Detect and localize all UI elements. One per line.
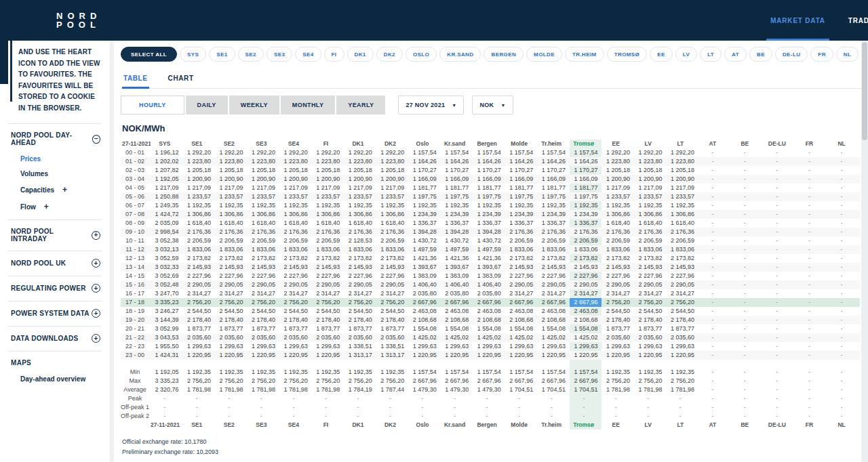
plus-icon[interactable]: +: [62, 185, 67, 194]
price-cell: [376, 360, 409, 368]
minus-circle-icon[interactable]: −: [92, 135, 100, 144]
filter-chip-lv[interactable]: LV: [675, 47, 697, 62]
sidebar-item-nord-pool-intraday[interactable]: NORD POOL INTRADAY+: [11, 228, 100, 243]
sidebar-item-data-downloads[interactable]: DATA DOWNLOADS+: [11, 334, 100, 343]
filter-chip-se3[interactable]: SE3: [267, 47, 292, 62]
filter-chip-de-lu[interactable]: DE-LU: [775, 47, 808, 62]
row-label: 10 - 11: [121, 236, 151, 245]
price-cell: 1 833,06: [570, 245, 602, 254]
price-cell: 1 306,86: [215, 210, 248, 219]
price-cell: 1 873,77: [376, 324, 409, 333]
filter-chip-molde[interactable]: MOLDE: [526, 47, 562, 62]
price-cell: -: [795, 245, 828, 254]
price-cell: -: [731, 263, 764, 272]
price-cell: 1 217,09: [248, 184, 280, 192]
price-cell: 2 035,80: [473, 289, 505, 298]
row-label: 23 - 00: [121, 351, 151, 360]
sidebar-item-volumes[interactable]: Volumes: [20, 170, 100, 177]
page-scrollbar[interactable]: [861, 41, 868, 462]
sidebar-item-day-ahead-overview[interactable]: Day-ahead overview: [20, 375, 100, 383]
sidebar-item-maps[interactable]: MAPS: [11, 359, 100, 366]
scrollbar-thumb[interactable]: [862, 42, 867, 140]
period-hourly[interactable]: HOURLY: [121, 96, 184, 114]
nav-market-data[interactable]: MARKET DATA: [770, 0, 825, 41]
price-cell: 1 618,40: [344, 219, 376, 228]
price-cell: -: [408, 394, 441, 403]
filter-chip-sys[interactable]: SYS: [180, 47, 206, 62]
sidebar-item-flow[interactable]: Flow+: [20, 202, 100, 211]
price-cell: -: [827, 307, 860, 316]
sidebar-item-prices[interactable]: Prices: [20, 155, 100, 163]
filter-chip-at[interactable]: AT: [724, 47, 747, 62]
period-yearly[interactable]: YEARLY: [336, 96, 385, 114]
price-cell: 1 234,39: [473, 210, 505, 219]
price-cell: 1 164,26: [570, 157, 602, 166]
price-cell: -: [827, 298, 860, 307]
price-cell: 2 035,60: [376, 333, 409, 342]
plus-icon[interactable]: +: [44, 202, 49, 211]
price-cell: 2 290,05: [376, 280, 409, 289]
price-cell: 1 424,31: [151, 351, 183, 360]
nav-trading[interactable]: TRADING: [848, 0, 868, 41]
filter-chip-fr[interactable]: FR: [810, 47, 833, 62]
price-cell: 1 192,35: [344, 201, 376, 210]
tab-chart[interactable]: CHART: [167, 72, 195, 88]
sidebar-item-nord-pool-uk[interactable]: NORD POOL UK+: [11, 259, 100, 268]
sidebar-subitems: PricesVolumesCapacities+Flow+: [11, 146, 100, 211]
column-header-se1: SE1: [183, 140, 216, 148]
filter-chip-select-all[interactable]: SELECT ALL: [121, 47, 177, 62]
sidebar-item-power-system-data[interactable]: POWER SYSTEM DATA+: [11, 309, 100, 318]
filter-chip-nl[interactable]: NL: [836, 47, 859, 62]
filter-chip-oslo[interactable]: OSLO: [406, 47, 437, 62]
period-monthly[interactable]: MONTHLY: [281, 96, 335, 114]
price-cell: 1 200,90: [248, 175, 280, 184]
price-cell: 1 166,09: [441, 175, 473, 184]
filter-chip-tr-heim[interactable]: TR.HEIM: [565, 47, 604, 62]
plus-circle-icon[interactable]: +: [92, 259, 100, 268]
column-header-be: BE: [731, 140, 764, 148]
price-cell: 1 618,40: [183, 219, 216, 228]
plus-circle-icon[interactable]: +: [92, 334, 100, 343]
price-cell: -: [795, 219, 828, 228]
sidebar-item-capacities[interactable]: Capacities+: [20, 185, 100, 194]
filter-chip-lt[interactable]: LT: [700, 47, 722, 62]
filter-chip-se2[interactable]: SE2: [238, 47, 264, 62]
price-cell: 1 157,54: [537, 148, 570, 157]
plus-circle-icon[interactable]: +: [92, 284, 100, 293]
price-cell: 2 178,40: [376, 316, 409, 324]
filter-chip-kr-sand[interactable]: KR.SAND: [439, 47, 481, 62]
price-cell: 1 306,86: [376, 210, 409, 219]
sidebar-item-label: MAPS: [11, 359, 31, 366]
price-cell: 1 192,35: [376, 368, 409, 377]
filter-chip-bergen[interactable]: BERGEN: [484, 47, 524, 62]
row-label: 13 - 14: [121, 263, 151, 272]
filter-chip-dk2[interactable]: DK2: [376, 47, 403, 62]
filter-chip-be[interactable]: BE: [749, 47, 772, 62]
filter-chip-se1[interactable]: SE1: [209, 47, 235, 62]
date-select[interactable]: 27 NOV 2021 ▼: [398, 96, 464, 114]
price-cell: -: [763, 333, 795, 342]
currency-select[interactable]: NOK ▼: [472, 96, 513, 114]
plus-circle-icon[interactable]: +: [92, 231, 100, 240]
filter-chip-se4[interactable]: SE4: [295, 47, 321, 62]
price-cell: 2 290,05: [601, 280, 634, 289]
period-weekly[interactable]: WEEKLY: [229, 96, 279, 114]
plus-circle-icon[interactable]: +: [92, 309, 100, 318]
price-cell: -: [698, 210, 731, 219]
price-cell: 1 421,36: [408, 254, 441, 263]
sidebar-item-regulating-power[interactable]: REGULATING POWER+: [11, 284, 100, 293]
price-cell: 1 299,63: [215, 342, 248, 351]
sidebar-item-nord-pool-day-ahead[interactable]: NORD POOL DAY-AHEAD−: [11, 131, 100, 146]
filter-chip-ee[interactable]: EE: [650, 47, 672, 62]
price-cell: 2 314,27: [570, 289, 602, 298]
price-cell: 1 181,77: [441, 184, 473, 192]
period-daily[interactable]: DAILY: [186, 96, 228, 114]
price-cell: 2 035,60: [183, 333, 216, 342]
filter-chip-troms[interactable]: TROMSØ: [607, 47, 648, 62]
price-cell: 1 421,36: [441, 254, 473, 263]
price-row-10-11: 10 - 113 052,382 206,592 206,592 206,592…: [121, 236, 860, 245]
filter-chip-dk1[interactable]: DK1: [347, 47, 374, 62]
tab-table[interactable]: TABLE: [122, 72, 149, 88]
filter-chip-fi[interactable]: FI: [324, 47, 344, 62]
price-row-spacer: [121, 360, 860, 368]
